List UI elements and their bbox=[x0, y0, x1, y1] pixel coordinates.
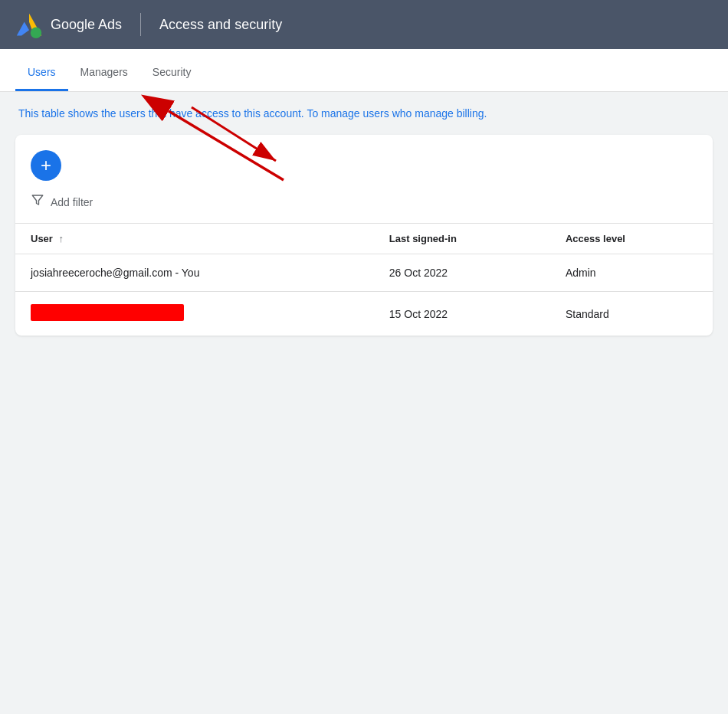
add-filter-label[interactable]: Add filter bbox=[51, 196, 93, 208]
col-last-signed-in: Last signed-in bbox=[374, 224, 550, 254]
tab-users[interactable]: Users bbox=[15, 66, 68, 91]
table-row: josiahreeceroche@gmail.com - You 26 Oct … bbox=[15, 254, 713, 292]
google-ads-logo bbox=[15, 11, 43, 38]
svg-marker-1 bbox=[17, 21, 29, 35]
page-title: Access and security bbox=[159, 17, 282, 33]
app-header: Google Ads Access and security bbox=[0, 0, 728, 49]
info-text: This table shows the users that have acc… bbox=[15, 107, 713, 120]
filter-icon bbox=[31, 193, 44, 211]
users-card: + Add filter User ↑ Last signed-in bbox=[15, 135, 713, 336]
funnel-svg bbox=[31, 193, 44, 207]
app-name-label: Google Ads bbox=[51, 17, 122, 33]
users-table: User ↑ Last signed-in Access level josia… bbox=[15, 223, 713, 336]
tabs-nav: Users Managers Security bbox=[0, 49, 728, 92]
redacted-bar bbox=[31, 304, 184, 321]
col-user: User ↑ bbox=[15, 224, 374, 254]
col-access-level: Access level bbox=[550, 224, 713, 254]
last-signed-in-cell: 26 Oct 2022 bbox=[374, 254, 550, 292]
svg-point-3 bbox=[31, 28, 41, 38]
tab-security[interactable]: Security bbox=[140, 66, 204, 91]
filter-row: Add filter bbox=[15, 193, 713, 223]
content-area: This table shows the users that have acc… bbox=[0, 92, 728, 351]
last-signed-in-cell-2: 15 Oct 2022 bbox=[374, 292, 550, 336]
sort-arrow-icon: ↑ bbox=[59, 233, 64, 244]
logo-container: Google Ads bbox=[15, 11, 122, 38]
redacted-user-cell bbox=[15, 292, 374, 336]
header-divider bbox=[140, 13, 141, 36]
table-row: 15 Oct 2022 Standard bbox=[15, 292, 713, 336]
table-header-row: User ↑ Last signed-in Access level bbox=[15, 224, 713, 254]
access-level-cell: Admin bbox=[550, 254, 713, 292]
user-email-cell: josiahreeceroche@gmail.com - You bbox=[15, 254, 374, 292]
access-level-cell-2: Standard bbox=[550, 292, 713, 336]
tab-managers[interactable]: Managers bbox=[68, 66, 140, 91]
plus-icon: + bbox=[41, 156, 51, 175]
add-user-button[interactable]: + bbox=[31, 150, 61, 181]
